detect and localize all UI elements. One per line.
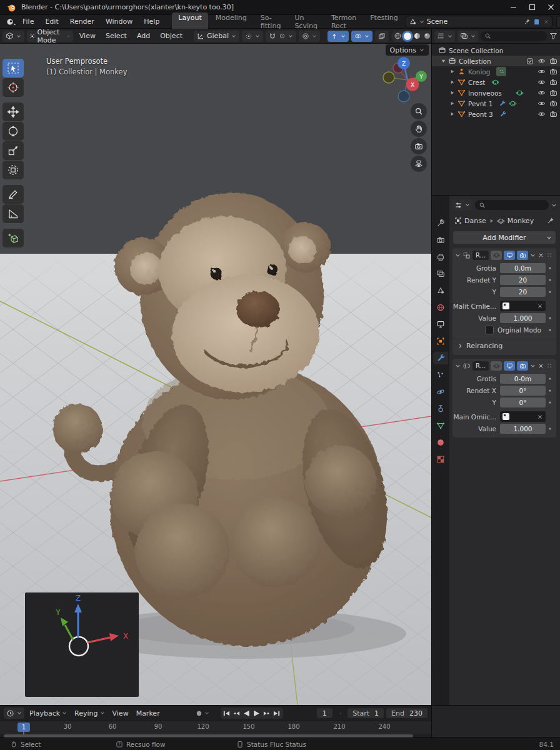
disclosure-closed-icon[interactable] <box>449 69 455 74</box>
material-field[interactable] <box>500 411 546 422</box>
hide-eye-icon[interactable] <box>538 68 546 76</box>
field-value[interactable]: 0-0m <box>500 374 546 384</box>
hide-eye-icon[interactable] <box>538 89 546 97</box>
outliner-search-input[interactable] <box>481 31 547 41</box>
disclosure-closed-icon[interactable] <box>449 79 455 85</box>
material-shading-icon[interactable] <box>413 32 421 40</box>
animate-dot-icon[interactable] <box>548 316 552 320</box>
auto-key-record-icon[interactable] <box>195 709 203 718</box>
clear-material-icon[interactable] <box>537 414 543 420</box>
outliner-filter-dropdown[interactable] <box>458 31 478 42</box>
axis-ball-neg-y[interactable] <box>383 72 394 83</box>
scene-selector[interactable]: Scene <box>406 16 552 28</box>
tab-view-layer[interactable] <box>433 268 448 280</box>
prev-keyframe-button[interactable] <box>232 708 242 718</box>
menu-edit[interactable]: Edit <box>40 16 63 27</box>
play-button[interactable] <box>252 708 262 718</box>
viewport-3d[interactable]: Z X Y User Pemprosote (1) Collestior | M… <box>0 44 431 705</box>
menu-object[interactable]: Object <box>156 32 186 40</box>
delete-modifier-icon[interactable] <box>538 362 544 369</box>
current-frame-field[interactable]: 1 <box>317 708 332 718</box>
outliner-row-object[interactable]: Peont 3 <box>432 109 560 119</box>
tab-modifiers[interactable] <box>433 352 448 364</box>
original-mode-checkbox[interactable] <box>485 326 494 334</box>
unlink-scene-icon[interactable] <box>543 19 549 25</box>
camera-view-button[interactable] <box>411 138 427 154</box>
view-layer-selector[interactable]: View Layer <box>556 16 560 28</box>
tool-move[interactable] <box>2 102 24 121</box>
render-camera-icon[interactable] <box>549 68 558 76</box>
filter-funnel-icon[interactable] <box>549 32 558 40</box>
field-value[interactable]: 20 <box>500 275 546 285</box>
end-frame-field[interactable]: End 230 <box>386 708 428 718</box>
tool-scale[interactable] <box>2 141 24 160</box>
menu-add[interactable]: Add <box>133 32 154 40</box>
properties-search-input[interactable] <box>475 200 549 210</box>
edit-mode-toggle[interactable] <box>491 251 502 260</box>
outliner-row-scene-collection[interactable]: Scene Collection <box>432 45 560 56</box>
proportional-edit-toggle[interactable] <box>299 31 320 42</box>
render-camera-icon[interactable] <box>549 110 558 118</box>
chevron-down-icon[interactable] <box>551 202 557 208</box>
transform-orientation-dropdown[interactable]: Giebal <box>194 31 239 42</box>
menu-select[interactable]: Select <box>102 32 131 40</box>
outliner-row-object[interactable]: Koniog <box>432 66 560 77</box>
outliner-row-object[interactable]: Pevnt 1 <box>432 98 560 109</box>
tab-sculpting[interactable]: So-fitting <box>254 12 288 31</box>
axis-ball-neg-z[interactable] <box>398 91 409 102</box>
render-camera-icon[interactable] <box>549 78 558 86</box>
animate-dot-icon[interactable] <box>548 377 552 381</box>
breadcrumb-data[interactable]: Monkey <box>508 217 534 225</box>
menu-file[interactable]: File <box>18 16 39 27</box>
clear-material-icon[interactable] <box>537 303 543 309</box>
tab-render[interactable] <box>433 234 448 246</box>
start-frame-field[interactable]: Start 1 <box>348 708 384 718</box>
render-toggle[interactable] <box>517 251 528 260</box>
minimize-button[interactable] <box>504 0 522 15</box>
stopwatch-icon[interactable] <box>340 709 341 718</box>
animate-dot-icon[interactable] <box>548 266 552 270</box>
tab-output[interactable] <box>433 251 448 263</box>
breadcrumb-object[interactable]: Danse <box>464 217 486 225</box>
tab-collection[interactable] <box>433 318 448 331</box>
drag-handle-icon[interactable] <box>546 252 552 258</box>
tab-layout[interactable]: Layout <box>172 12 208 31</box>
timeline-editor-type[interactable] <box>4 708 24 719</box>
realtime-toggle[interactable] <box>504 361 515 371</box>
outliner-row-object[interactable]: Crest <box>432 77 560 88</box>
hide-eye-icon[interactable] <box>538 110 546 118</box>
tool-annotate[interactable] <box>2 185 24 204</box>
outliner-display-mode[interactable] <box>434 31 455 42</box>
pin-icon[interactable] <box>524 18 531 25</box>
close-button[interactable] <box>541 0 560 15</box>
field-value[interactable]: 0.0m <box>500 263 546 273</box>
menu-playback[interactable]: Playback <box>27 709 69 718</box>
extras-chevron-icon[interactable] <box>530 363 536 369</box>
options-button[interactable]: Options <box>386 44 429 56</box>
maximize-button[interactable] <box>522 0 541 15</box>
new-scene-icon[interactable] <box>533 18 541 26</box>
exclude-checkbox-icon[interactable] <box>526 58 534 65</box>
collapse-chevron-icon[interactable] <box>455 363 461 369</box>
properties-editor-type[interactable] <box>452 199 472 211</box>
tab-tool[interactable] <box>433 217 448 229</box>
tab-physics[interactable] <box>433 386 448 398</box>
field-value[interactable]: 20 <box>500 287 546 297</box>
tab-uv-editing[interactable]: Un Scving <box>288 12 324 31</box>
drag-handle-icon[interactable] <box>546 362 552 369</box>
animate-dot-icon[interactable] <box>548 389 552 392</box>
tab-object[interactable] <box>433 335 448 348</box>
wireframe-shading-icon[interactable] <box>394 32 402 40</box>
tab-texture-paint[interactable]: Termon Roct <box>325 12 362 31</box>
tool-select-box[interactable] <box>2 59 24 78</box>
menu-keying[interactable]: Reying <box>72 709 107 718</box>
menu-view[interactable]: View <box>76 32 99 40</box>
pivot-point-dropdown[interactable] <box>242 31 263 42</box>
mode-dropdown[interactable]: Object Mode <box>27 31 73 42</box>
render-camera-icon[interactable] <box>549 57 558 65</box>
play-reverse-button[interactable] <box>242 708 252 718</box>
menu-help[interactable]: Help <box>139 16 164 27</box>
material-field[interactable] <box>500 301 546 311</box>
collapse-chevron-icon[interactable] <box>455 252 461 258</box>
menu-view-tl[interactable]: View <box>110 709 131 718</box>
